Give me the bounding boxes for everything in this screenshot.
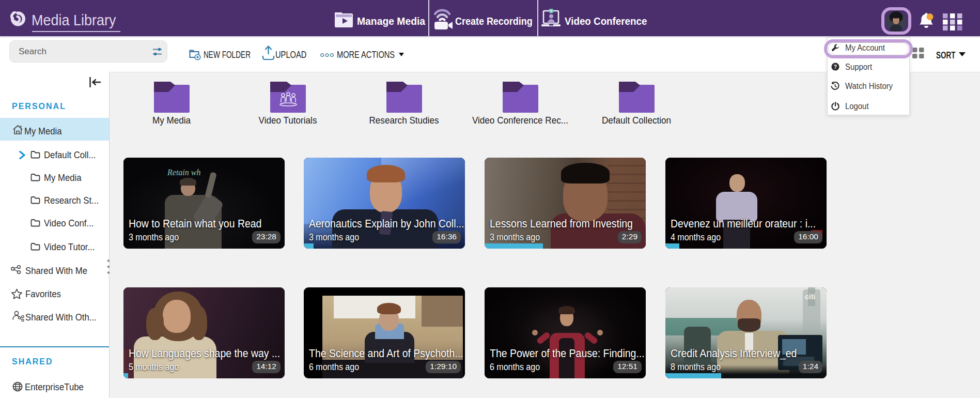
svg-text:?: ? xyxy=(834,64,837,70)
